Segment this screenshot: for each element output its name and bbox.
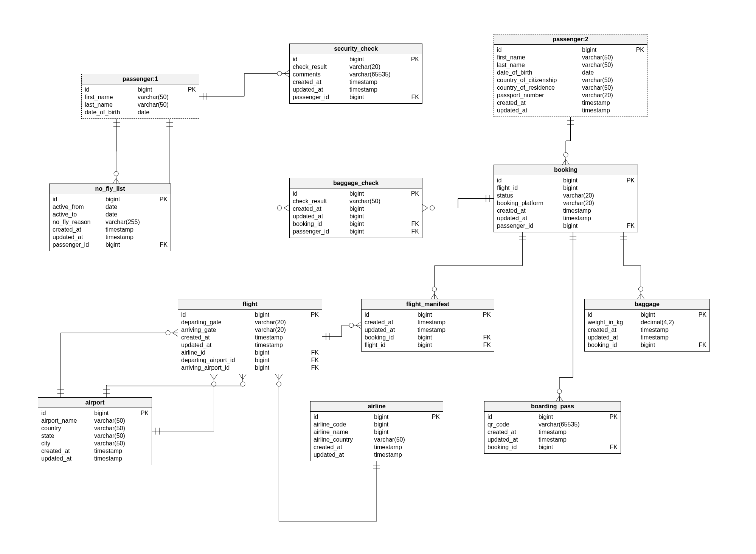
column-row: updated_attimestamp <box>181 341 319 349</box>
entity-title: booking <box>494 165 638 175</box>
column-name: updated_at <box>314 451 374 459</box>
column-name: departing_gate <box>181 319 255 326</box>
connector-bkg-bp <box>556 232 576 401</box>
column-row: flight_idbigint <box>497 184 635 192</box>
column-type: timestamp <box>374 451 427 459</box>
column-row: passport_numbervarchar(20) <box>497 92 644 99</box>
svg-line-103 <box>211 374 214 380</box>
column-name: active_from <box>53 203 106 211</box>
connector-bkg-bgc <box>422 195 494 212</box>
column-type: varchar(65535) <box>349 71 406 78</box>
entity-booking: bookingidbigintPKflight_idbigintstatusva… <box>494 165 638 232</box>
column-type: bigint <box>641 311 694 319</box>
column-name: created_at <box>41 447 94 455</box>
column-row: passenger_idbigintFK <box>53 241 168 249</box>
column-type: timestamp <box>641 334 694 341</box>
column-name: created_at <box>314 444 374 451</box>
column-type: bigint <box>255 356 304 364</box>
column-row: idbigintPK <box>497 177 635 184</box>
column-type: timestamp <box>539 428 601 436</box>
column-name: updated_at <box>181 341 255 349</box>
column-name: passenger_id <box>53 241 106 249</box>
column-row: idbigintPK <box>497 46 644 54</box>
column-row: booking_idbigintFK <box>588 341 706 349</box>
column-name: passenger_id <box>293 93 349 101</box>
column-key: FK <box>699 341 706 349</box>
svg-line-51 <box>422 205 428 208</box>
column-key: PK <box>411 56 419 63</box>
column-row: booking_idbigintFK <box>293 220 419 228</box>
column-name: id <box>588 311 641 319</box>
column-type: bigint <box>138 86 183 93</box>
column-type: varchar(50) <box>138 101 183 109</box>
column-name: booking_id <box>588 341 641 349</box>
column-row: first_namevarchar(50) <box>497 54 644 61</box>
entity-body: idbigintPKfirst_namevarchar(50)last_name… <box>82 84 199 118</box>
entity-no_fly_list: no_fly_listidbigintPKactive_fromdateacti… <box>49 184 171 251</box>
column-name: city <box>41 440 94 447</box>
column-type: varchar(20) <box>255 326 304 334</box>
column-type: bigint <box>539 444 601 451</box>
column-name: first_name <box>85 93 138 101</box>
entity-body: idbigintPKactive_fromdateactive_todateno… <box>50 194 171 251</box>
column-type: timestamp <box>349 86 406 93</box>
column-row: idbigintPK <box>181 311 319 319</box>
column-row: updated_attimestamp <box>365 326 491 334</box>
column-type: timestamp <box>374 444 427 451</box>
column-type: timestamp <box>255 341 304 349</box>
column-type: bigint <box>349 93 406 101</box>
entity-body: idbigintPKfirst_namevarchar(50)last_name… <box>494 45 647 117</box>
column-name: date_of_birth <box>85 109 138 116</box>
column-name: airline_id <box>181 349 255 356</box>
column-name: id <box>293 190 349 198</box>
connector-p2-bkg <box>562 117 574 165</box>
column-type: bigint <box>374 421 427 428</box>
column-name: created_at <box>588 326 641 334</box>
column-key: PK <box>160 196 168 203</box>
column-row: country_of_citizenshipvarchar(50) <box>497 76 644 84</box>
column-row: countryvarchar(50) <box>41 425 149 432</box>
column-key: FK <box>411 228 419 235</box>
entity-body: idbigintPKqr_codevarchar(65535)created_a… <box>484 412 621 453</box>
column-type: varchar(50) <box>582 84 631 92</box>
column-type: date <box>138 109 183 116</box>
column-row: last_namevarchar(50) <box>497 61 644 69</box>
column-name: flight_id <box>497 184 563 192</box>
column-type: bigint <box>374 413 427 421</box>
column-name: id <box>365 311 418 319</box>
column-row: date_of_birthdate <box>497 69 644 76</box>
column-name: airline_name <box>314 428 374 436</box>
column-row: created_attimestamp <box>293 78 419 86</box>
column-key: FK <box>311 364 319 372</box>
entity-title: passenger:2 <box>494 34 647 45</box>
entity-flight: flightidbigintPKdeparting_gatevarchar(20… <box>178 299 322 374</box>
column-key: FK <box>311 349 319 356</box>
column-type: bigint <box>563 222 620 230</box>
svg-point-61 <box>432 287 437 291</box>
column-type: date <box>106 211 155 218</box>
column-row: flight_idbigintFK <box>365 341 491 349</box>
svg-line-29 <box>284 205 289 208</box>
svg-line-95 <box>356 322 361 325</box>
column-name: id <box>293 56 349 63</box>
column-name: date_of_birth <box>497 69 582 76</box>
column-type: varchar(255) <box>106 218 155 226</box>
column-row: created_attimestamp <box>497 99 644 107</box>
connector-bkg-fm <box>431 232 526 299</box>
column-name: country_of_residence <box>497 84 582 92</box>
column-name: updated_at <box>53 233 106 241</box>
column-row: updated_attimestamp <box>497 107 644 114</box>
svg-line-86 <box>559 396 563 401</box>
column-name: booking_id <box>293 220 349 228</box>
column-name: status <box>497 192 563 199</box>
column-type: bigint <box>563 177 620 184</box>
svg-line-64 <box>435 294 438 299</box>
column-row: created_attimestamp <box>487 428 618 436</box>
column-name: country <box>41 425 94 432</box>
column-name: passport_number <box>497 92 582 99</box>
column-name: updated_at <box>293 86 349 93</box>
column-row: created_attimestamp <box>41 447 149 455</box>
entity-security_check: security_checkidbigintPKcheck_resultvarc… <box>289 44 422 104</box>
svg-line-116 <box>243 374 246 380</box>
column-name: last_name <box>85 101 138 109</box>
